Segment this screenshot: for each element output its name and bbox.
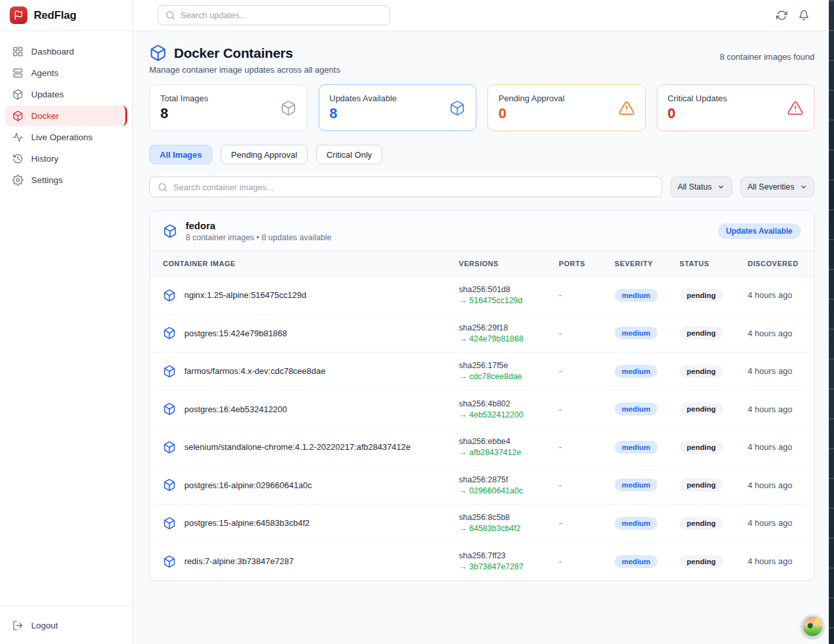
table-row[interactable]: farmos/farmos:4.x-dev:cdc78cee8dae sha25…	[150, 353, 814, 391]
group-name: fedora	[186, 220, 332, 231]
history-clock-icon	[12, 153, 23, 164]
group-header-fedora[interactable]: fedora 8 container images • 8 updates av…	[150, 211, 814, 251]
gear-icon	[12, 175, 23, 186]
current-version: sha256:17f5e	[459, 361, 559, 370]
page-title: Docker Containers	[174, 45, 293, 61]
status-badge: pending	[680, 517, 723, 530]
current-version: sha256:7ff23	[459, 551, 559, 560]
column-header-ports: PORTS	[559, 260, 615, 267]
severity-filter-dropdown[interactable]: All Severities	[741, 177, 815, 197]
table-row[interactable]: selenium/standalone-chrome:4.1.2-2022021…	[150, 428, 814, 467]
global-search-input[interactable]	[180, 10, 382, 20]
sidebar: RedFlag Dashboard Agents Updates Docker	[0, 0, 133, 644]
result-count: 8 container images found	[720, 52, 815, 62]
target-version: → 516475cc129d	[459, 296, 559, 305]
stat-label: Total Images	[160, 93, 208, 103]
container-cube-icon	[163, 555, 176, 568]
logout-button[interactable]: Logout	[5, 615, 127, 635]
sidebar-item-label: Agents	[31, 68, 58, 78]
sidebar-nav: Dashboard Agents Updates Docker Live Ope…	[0, 31, 132, 190]
arrow-right-icon: →	[459, 334, 467, 343]
page-content: Docker Containers 8 container images fou…	[133, 31, 829, 644]
severity-badge: medium	[615, 478, 657, 491]
status-filter-dropdown[interactable]: All Status	[670, 177, 732, 197]
activity-pulse-icon	[12, 132, 23, 143]
tab-pending-approval[interactable]: Pending Approval	[221, 145, 308, 164]
table-row[interactable]: postgres:15:424e79b81868 sha256:29f18 → …	[150, 315, 814, 353]
group-cube-icon	[163, 224, 177, 238]
severity-badge: medium	[615, 441, 657, 454]
container-group-card: fedora 8 container images • 8 updates av…	[149, 210, 815, 581]
stat-total-images: Total Images 8	[149, 84, 308, 131]
severity-badge: medium	[615, 402, 657, 415]
current-version: sha256:2875f	[459, 475, 559, 484]
target-hash: 3b73847e7287	[469, 562, 523, 571]
container-cube-icon	[163, 441, 176, 454]
target-version: → 029660641a0c	[459, 486, 559, 495]
table-row[interactable]: redis:7-alpine:3b73847e7287 sha256:7ff23…	[150, 543, 814, 581]
target-hash: cdc78cee8dae	[469, 372, 522, 381]
package-icon	[449, 100, 465, 116]
discovered-value: 4 hours ago	[748, 518, 814, 528]
global-search[interactable]	[158, 5, 390, 25]
target-hash: 029660641a0c	[469, 486, 523, 495]
table-row[interactable]: postgres:15-alpine:64583b3cb4f2 sha256:8…	[150, 504, 814, 543]
discovered-value: 4 hours ago	[748, 556, 814, 566]
stat-label: Critical Updates	[668, 93, 728, 103]
stat-updates-available: Updates Available 8	[319, 84, 477, 131]
ports-value: -	[559, 442, 615, 452]
status-badge: pending	[680, 402, 723, 415]
sidebar-item-docker[interactable]: Docker	[5, 106, 127, 126]
container-cube-icon	[163, 289, 176, 302]
sidebar-item-history[interactable]: History	[5, 149, 127, 169]
brand-name: RedFlag	[34, 9, 77, 22]
island-overlay-icon[interactable]	[802, 615, 824, 638]
target-hash: 4eb532412200	[469, 410, 523, 419]
main-area: Docker Containers 8 container images fou…	[133, 0, 829, 644]
current-version: sha256:4b802	[459, 399, 559, 408]
filter-tabs: All Images Pending Approval Critical Onl…	[149, 145, 815, 164]
container-image-name: postgres:15-alpine:64583b3cb4f2	[184, 518, 310, 528]
target-version: → 4eb532412200	[459, 410, 559, 419]
container-image-name: postgres:16:4eb532412200	[184, 404, 287, 414]
sidebar-item-label: Settings	[31, 175, 63, 185]
container-image-name: postgres:16-alpine:029660641a0c	[184, 480, 312, 490]
discovered-value: 4 hours ago	[748, 480, 814, 490]
image-search[interactable]	[149, 177, 662, 197]
sidebar-item-live-operations[interactable]: Live Operations	[5, 127, 127, 147]
redflag-logo	[10, 6, 27, 24]
package-icon	[12, 89, 23, 100]
status-badge: pending	[680, 441, 723, 454]
refresh-icon[interactable]	[776, 10, 787, 21]
tab-critical-only[interactable]: Critical Only	[316, 145, 382, 164]
sidebar-item-settings[interactable]: Settings	[5, 170, 127, 190]
severity-badge: medium	[615, 289, 657, 302]
page-subtitle: Manage container image updates across al…	[149, 65, 815, 75]
target-hash: 64583b3cb4f2	[469, 524, 521, 533]
stat-critical-updates: Critical Updates 0	[657, 84, 815, 131]
image-search-input[interactable]	[173, 182, 654, 192]
discovered-value: 4 hours ago	[748, 442, 814, 452]
notifications-bell-icon[interactable]	[798, 10, 809, 21]
arrow-right-icon: →	[459, 410, 467, 419]
table-row[interactable]: postgres:16-alpine:029660641a0c sha256:2…	[150, 467, 814, 505]
ports-value: -	[559, 290, 615, 300]
status-badge: pending	[680, 327, 723, 340]
sidebar-item-dashboard[interactable]: Dashboard	[5, 42, 127, 62]
target-version: → cdc78cee8dae	[459, 372, 559, 381]
table-filter-row: All Status All Severities	[149, 177, 815, 197]
container-cube-icon	[163, 327, 176, 340]
sidebar-footer: Logout	[0, 606, 132, 644]
column-header-severity: SEVERITY	[615, 260, 680, 267]
target-version: → 64583b3cb4f2	[459, 524, 559, 533]
status-badge: pending	[680, 555, 723, 568]
stat-value: 8	[330, 105, 397, 122]
sidebar-item-agents[interactable]: Agents	[5, 63, 127, 83]
stat-value: 0	[498, 105, 565, 122]
tab-all-images[interactable]: All Images	[149, 145, 212, 164]
sidebar-item-updates[interactable]: Updates	[5, 84, 127, 105]
severity-badge: medium	[615, 365, 657, 378]
arrow-right-icon: →	[459, 486, 467, 495]
table-row[interactable]: postgres:16:4eb532412200 sha256:4b802 → …	[150, 391, 814, 429]
table-row[interactable]: nginx:1.25-alpine:516475cc129d sha256:50…	[150, 277, 814, 315]
